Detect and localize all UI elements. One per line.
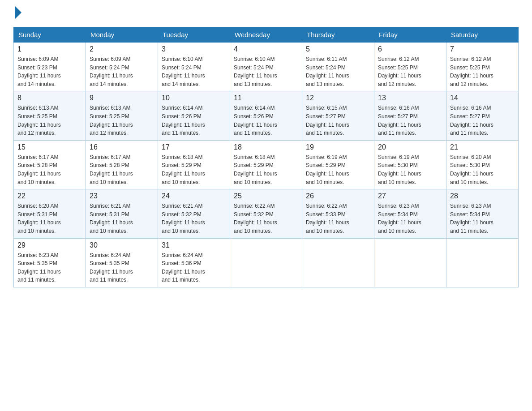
day-info: Sunrise: 6:18 AM Sunset: 5:29 PM Dayligh… (234, 153, 298, 186)
calendar-cell: 15 Sunrise: 6:17 AM Sunset: 5:28 PM Dayl… (14, 140, 86, 189)
day-number: 24 (162, 192, 226, 200)
calendar-cell: 19 Sunrise: 6:19 AM Sunset: 5:29 PM Dayl… (302, 140, 374, 189)
calendar-cell: 6 Sunrise: 6:12 AM Sunset: 5:25 PM Dayli… (374, 43, 446, 91)
day-number: 3 (162, 45, 226, 53)
day-number: 26 (306, 192, 370, 200)
day-number: 10 (162, 94, 226, 102)
day-info: Sunrise: 6:09 AM Sunset: 5:24 PM Dayligh… (90, 55, 154, 88)
day-number: 29 (17, 241, 82, 249)
day-info: Sunrise: 6:24 AM Sunset: 5:36 PM Dayligh… (162, 251, 226, 284)
calendar-cell: 16 Sunrise: 6:17 AM Sunset: 5:28 PM Dayl… (86, 140, 158, 189)
calendar-week-5: 29 Sunrise: 6:23 AM Sunset: 5:35 PM Dayl… (14, 238, 519, 287)
calendar-cell: 22 Sunrise: 6:20 AM Sunset: 5:31 PM Dayl… (14, 189, 86, 238)
day-info: Sunrise: 6:17 AM Sunset: 5:28 PM Dayligh… (17, 153, 82, 186)
calendar-cell: 1 Sunrise: 6:09 AM Sunset: 5:23 PM Dayli… (14, 43, 86, 91)
weekday-header-tuesday: Tuesday (158, 27, 230, 43)
day-number: 7 (450, 45, 515, 53)
day-number: 31 (162, 241, 226, 249)
weekday-header-saturday: Saturday (446, 27, 519, 43)
day-info: Sunrise: 6:23 AM Sunset: 5:34 PM Dayligh… (378, 202, 442, 235)
day-info: Sunrise: 6:09 AM Sunset: 5:23 PM Dayligh… (17, 55, 82, 88)
calendar-cell: 20 Sunrise: 6:19 AM Sunset: 5:30 PM Dayl… (374, 140, 446, 189)
day-info: Sunrise: 6:23 AM Sunset: 5:35 PM Dayligh… (17, 251, 82, 284)
day-info: Sunrise: 6:14 AM Sunset: 5:26 PM Dayligh… (234, 104, 298, 137)
day-info: Sunrise: 6:21 AM Sunset: 5:31 PM Dayligh… (90, 202, 154, 235)
day-info: Sunrise: 6:19 AM Sunset: 5:29 PM Dayligh… (306, 153, 370, 186)
day-info: Sunrise: 6:13 AM Sunset: 5:25 PM Dayligh… (17, 104, 82, 137)
calendar-cell: 4 Sunrise: 6:10 AM Sunset: 5:24 PM Dayli… (230, 43, 302, 91)
day-info: Sunrise: 6:22 AM Sunset: 5:32 PM Dayligh… (234, 202, 298, 235)
calendar-cell: 21 Sunrise: 6:20 AM Sunset: 5:30 PM Dayl… (446, 140, 519, 189)
calendar-week-4: 22 Sunrise: 6:20 AM Sunset: 5:31 PM Dayl… (14, 189, 519, 238)
calendar-cell (446, 238, 519, 287)
day-info: Sunrise: 6:23 AM Sunset: 5:34 PM Dayligh… (450, 202, 515, 235)
day-info: Sunrise: 6:20 AM Sunset: 5:30 PM Dayligh… (450, 153, 515, 186)
calendar-cell (374, 238, 446, 287)
day-number: 11 (234, 94, 298, 102)
day-number: 23 (90, 192, 154, 200)
day-info: Sunrise: 6:10 AM Sunset: 5:24 PM Dayligh… (234, 55, 298, 88)
day-number: 28 (450, 192, 515, 200)
calendar-cell: 11 Sunrise: 6:14 AM Sunset: 5:26 PM Dayl… (230, 91, 302, 140)
calendar-table: SundayMondayTuesdayWednesdayThursdayFrid… (13, 27, 519, 287)
day-info: Sunrise: 6:11 AM Sunset: 5:24 PM Dayligh… (306, 55, 370, 88)
day-info: Sunrise: 6:15 AM Sunset: 5:27 PM Dayligh… (306, 104, 370, 137)
day-info: Sunrise: 6:16 AM Sunset: 5:27 PM Dayligh… (450, 104, 515, 137)
calendar-cell (302, 238, 374, 287)
calendar-cell: 30 Sunrise: 6:24 AM Sunset: 5:35 PM Dayl… (86, 238, 158, 287)
calendar-cell: 9 Sunrise: 6:13 AM Sunset: 5:25 PM Dayli… (86, 91, 158, 140)
day-number: 16 (90, 143, 154, 151)
day-number: 9 (90, 94, 154, 102)
weekday-header-thursday: Thursday (302, 27, 374, 43)
day-number: 18 (234, 143, 298, 151)
day-number: 4 (234, 45, 298, 53)
day-number: 20 (378, 143, 442, 151)
day-number: 13 (378, 94, 442, 102)
day-number: 25 (234, 192, 298, 200)
weekday-header-wednesday: Wednesday (230, 27, 302, 43)
weekday-header-monday: Monday (86, 27, 158, 43)
day-info: Sunrise: 6:12 AM Sunset: 5:25 PM Dayligh… (378, 55, 442, 88)
day-info: Sunrise: 6:16 AM Sunset: 5:27 PM Dayligh… (378, 104, 442, 137)
day-info: Sunrise: 6:12 AM Sunset: 5:25 PM Dayligh… (450, 55, 515, 88)
day-info: Sunrise: 6:22 AM Sunset: 5:33 PM Dayligh… (306, 202, 370, 235)
calendar-cell: 5 Sunrise: 6:11 AM Sunset: 5:24 PM Dayli… (302, 43, 374, 91)
day-info: Sunrise: 6:20 AM Sunset: 5:31 PM Dayligh… (17, 202, 82, 235)
day-number: 21 (450, 143, 515, 151)
calendar-cell: 29 Sunrise: 6:23 AM Sunset: 5:35 PM Dayl… (14, 238, 86, 287)
day-number: 30 (90, 241, 154, 249)
day-info: Sunrise: 6:19 AM Sunset: 5:30 PM Dayligh… (378, 153, 442, 186)
calendar-cell: 3 Sunrise: 6:10 AM Sunset: 5:24 PM Dayli… (158, 43, 230, 91)
day-number: 1 (17, 45, 82, 53)
calendar-cell: 2 Sunrise: 6:09 AM Sunset: 5:24 PM Dayli… (86, 43, 158, 91)
calendar-week-3: 15 Sunrise: 6:17 AM Sunset: 5:28 PM Dayl… (14, 140, 519, 189)
day-number: 15 (17, 143, 82, 151)
day-number: 27 (378, 192, 442, 200)
day-info: Sunrise: 6:21 AM Sunset: 5:32 PM Dayligh… (162, 202, 226, 235)
day-number: 8 (17, 94, 82, 102)
day-info: Sunrise: 6:10 AM Sunset: 5:24 PM Dayligh… (162, 55, 226, 88)
calendar-cell: 28 Sunrise: 6:23 AM Sunset: 5:34 PM Dayl… (446, 189, 519, 238)
day-number: 19 (306, 143, 370, 151)
day-number: 6 (378, 45, 442, 53)
page-header (13, 9, 519, 19)
calendar-week-2: 8 Sunrise: 6:13 AM Sunset: 5:25 PM Dayli… (14, 91, 519, 140)
day-number: 17 (162, 143, 226, 151)
calendar-cell: 18 Sunrise: 6:18 AM Sunset: 5:29 PM Dayl… (230, 140, 302, 189)
day-info: Sunrise: 6:14 AM Sunset: 5:26 PM Dayligh… (162, 104, 226, 137)
calendar-cell: 13 Sunrise: 6:16 AM Sunset: 5:27 PM Dayl… (374, 91, 446, 140)
calendar-cell: 26 Sunrise: 6:22 AM Sunset: 5:33 PM Dayl… (302, 189, 374, 238)
calendar-cell: 31 Sunrise: 6:24 AM Sunset: 5:36 PM Dayl… (158, 238, 230, 287)
logo-arrow-icon (15, 6, 21, 19)
calendar-cell: 23 Sunrise: 6:21 AM Sunset: 5:31 PM Dayl… (86, 189, 158, 238)
day-number: 2 (90, 45, 154, 53)
day-number: 12 (306, 94, 370, 102)
calendar-cell (230, 238, 302, 287)
calendar-cell: 17 Sunrise: 6:18 AM Sunset: 5:29 PM Dayl… (158, 140, 230, 189)
weekday-header-sunday: Sunday (14, 27, 86, 43)
weekday-header-friday: Friday (374, 27, 446, 43)
day-info: Sunrise: 6:13 AM Sunset: 5:25 PM Dayligh… (90, 104, 154, 137)
day-info: Sunrise: 6:18 AM Sunset: 5:29 PM Dayligh… (162, 153, 226, 186)
day-number: 5 (306, 45, 370, 53)
calendar-cell: 7 Sunrise: 6:12 AM Sunset: 5:25 PM Dayli… (446, 43, 519, 91)
